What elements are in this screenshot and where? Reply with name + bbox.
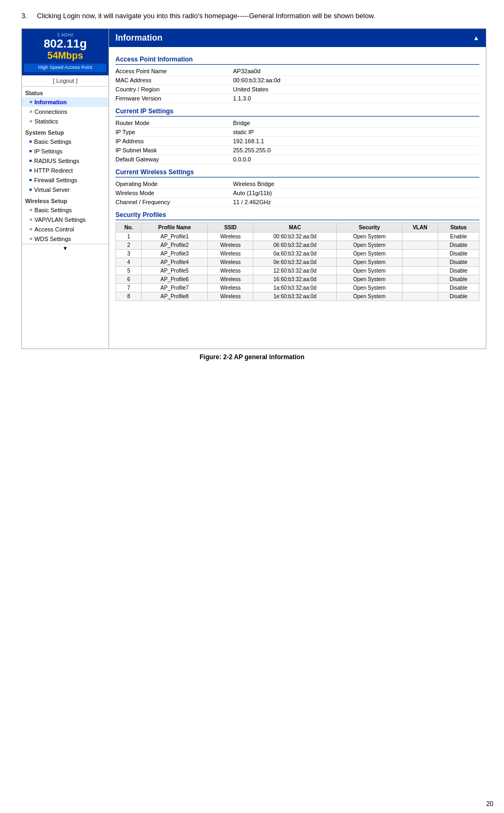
cell-profile: AP_Profile1 [142,232,207,241]
firmware-label: Firmware Version [115,95,233,102]
gateway-row: Default Gateway 0.0.0.0 [115,155,479,164]
sidebar-scroll-down[interactable]: ▼ [22,244,108,252]
cell-ssid: Wireless [207,241,253,249]
cell-profile: AP_Profile5 [142,266,207,275]
sidebar: 2.4GHz 802.11g 54Mbps High Speed Access … [22,29,109,349]
operating-mode-value: Wireless Bridge [233,181,274,187]
sidebar-item-ip-settings[interactable]: IP Settings [22,146,108,156]
sidebar-item-firewall-settings[interactable]: Firewall Settings [22,175,108,185]
ip-type-label: IP Type [115,129,233,135]
cell-security: Open System [337,258,402,266]
cell-mac: 12:60:b3:32:aa:0d [253,266,337,275]
table-row: 1 AP_Profile1 Wireless 00:60:b3:32:aa:0d… [116,232,479,241]
info-header: Information ▲ [109,29,486,47]
wireless-mode-label: Wireless Mode [115,190,233,196]
firmware-row: Firmware Version 1.1.3.0 [115,94,479,103]
sidebar-item-radius-settings[interactable]: RADIUS Settings [22,156,108,166]
table-row: 3 AP_Profile3 Wireless 0a:60:b3:32:aa:0d… [116,249,479,258]
wireless-mode-row: Wireless Mode Auto (11g/11b) [115,189,479,198]
logout-bar[interactable]: [ Logout ] [22,75,108,87]
cell-mac: 1a:60:b3:32:aa:0d [253,283,337,292]
mac-label: MAC Address [115,77,233,83]
col-profile-name: Profile Name [142,222,207,232]
wireless-mode-value: Auto (11g/11b) [233,190,272,196]
cell-profile: AP_Profile8 [142,292,207,300]
table-row: 8 AP_Profile8 Wireless 1e:60:b3:32:aa:0d… [116,292,479,300]
cell-profile: AP_Profile2 [142,241,207,249]
step-text: Clicking Login now, it will navigate you… [37,12,375,20]
subnet-mask-label: IP Subnet Mask [115,147,233,153]
cell-no: 4 [116,258,142,266]
cell-mac: 00:60:b3:32:aa:0d [253,232,337,241]
cell-profile: AP_Profile3 [142,249,207,258]
sidebar-item-wireless-basic[interactable]: Basic Settings [22,205,108,215]
status-section-title: Status [22,87,108,97]
cell-no: 1 [116,232,142,241]
cell-profile: AP_Profile6 [142,275,207,283]
cell-status: Disable [438,283,479,292]
table-row: 5 AP_Profile5 Wireless 12:60:b3:32:aa:0d… [116,266,479,275]
router-mode-label: Router Mode [115,120,233,126]
sidebar-item-basic-settings[interactable]: Basic Settings [22,137,108,146]
sidebar-logo: 2.4GHz 802.11g 54Mbps High Speed Access … [22,29,108,75]
sidebar-item-wds-settings[interactable]: WDS Settings [22,234,108,244]
logo-speed: 54Mbps [24,50,106,62]
ip-type-value: static IP [233,129,254,135]
cell-security: Open System [337,292,402,300]
col-status: Status [438,222,479,232]
col-ssid: SSID [207,222,253,232]
cell-mac: 16:60:b3:32:aa:0d [253,275,337,283]
cell-ssid: Wireless [207,275,253,283]
ap-name-row: Access Point Name AP32aa0d [115,67,479,76]
gateway-label: Default Gateway [115,156,233,162]
cell-status: Enable [438,232,479,241]
cell-vlan [402,249,438,258]
sidebar-item-http-redirect[interactable]: HTTP Redirect [22,166,108,175]
info-body: Access Point Information Access Point Na… [109,47,486,305]
cell-security: Open System [337,232,402,241]
sidebar-item-information[interactable]: Information [22,97,108,107]
cell-mac: 0a:60:b3:32:aa:0d [253,249,337,258]
ip-type-row: IP Type static IP [115,128,479,137]
sidebar-item-connections[interactable]: Connections [22,107,108,117]
cell-status: Disable [438,275,479,283]
mac-row: MAC Address 00:60:b3:32:aa:0d [115,76,479,85]
cell-no: 6 [116,275,142,283]
ip-settings-section-title: Current IP Settings [115,107,479,117]
cell-ssid: Wireless [207,283,253,292]
profiles-table: No. Profile Name SSID MAC Security VLAN … [115,222,479,301]
country-row: Country / Region United States [115,85,479,94]
cell-vlan [402,292,438,300]
cell-no: 2 [116,241,142,249]
ap-name-value: AP32aa0d [233,68,260,74]
cell-no: 5 [116,266,142,275]
figure-container: 2.4GHz 802.11g 54Mbps High Speed Access … [21,28,486,349]
ap-info-section-title: Access Point Information [115,56,479,65]
col-vlan: VLAN [402,222,438,232]
firmware-value: 1.1.3.0 [233,95,251,102]
cell-profile: AP_Profile4 [142,258,207,266]
scroll-up-button[interactable]: ▲ [473,34,479,42]
col-security: Security [337,222,402,232]
logo-standard: 802.11g [24,38,106,50]
cell-status: Disable [438,241,479,249]
cell-security: Open System [337,283,402,292]
sidebar-item-virtual-server[interactable]: Virtual Server [22,185,108,195]
table-row: 2 AP_Profile2 Wireless 06:60:b3:32:aa:0d… [116,241,479,249]
logout-label: [ Logout ] [53,78,77,84]
mac-value: 00:60:b3:32:aa:0d [233,77,281,83]
ip-address-row: IP Address 192.168.1.1 [115,137,479,146]
cell-ssid: Wireless [207,232,253,241]
logo-desc: High Speed Access Point [24,64,106,72]
cell-no: 3 [116,249,142,258]
info-header-title: Information [115,33,162,43]
step-heading: 3. Clicking Login now, it will navigate … [21,11,483,22]
ip-address-label: IP Address [115,138,233,144]
table-row: 7 AP_Profile7 Wireless 1a:60:b3:32:aa:0d… [116,283,479,292]
sidebar-item-vap-vlan[interactable]: VAP/VLAN Settings [22,215,108,224]
system-section-title: System Setup [22,126,108,137]
country-value: United States [233,86,268,92]
sidebar-item-access-control[interactable]: Access Control [22,224,108,234]
sidebar-item-statistics[interactable]: Statistics [22,117,108,126]
cell-profile: AP_Profile7 [142,283,207,292]
